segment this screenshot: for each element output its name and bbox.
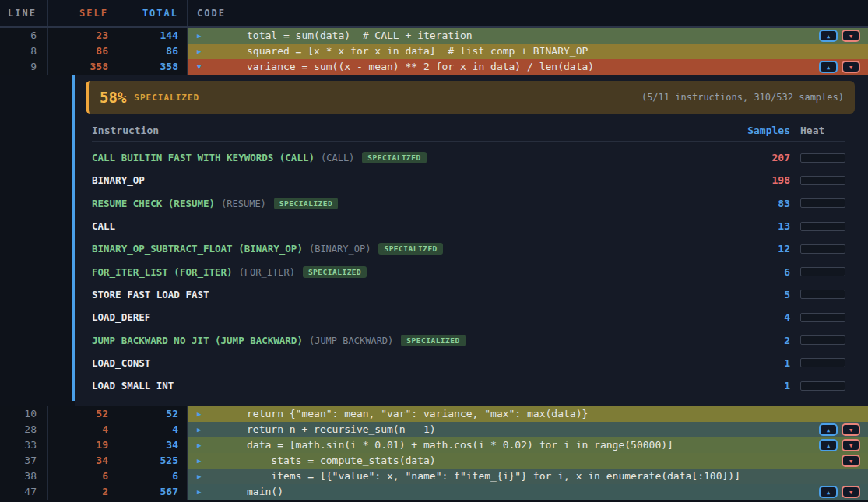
instruction-name: FOR_ITER_LIST (FOR_ITER)(FOR_ITER)SPECIA… bbox=[92, 266, 743, 278]
specialized-badge: SPECIALIZED bbox=[378, 243, 442, 255]
table-row: 28 4 4 ▶ return n + recursive_sum(n - 1)… bbox=[0, 422, 868, 437]
jump-down-button[interactable]: ▼ bbox=[842, 486, 860, 498]
code-cell[interactable]: ▶ return n + recursive_sum(n - 1) ▲ ▼ bbox=[188, 422, 868, 437]
jump-down-button[interactable]: ▼ bbox=[842, 30, 860, 42]
jump-up-button[interactable]: ▲ bbox=[819, 423, 838, 436]
instruction-opname: LOAD_CONST bbox=[92, 357, 150, 369]
instruction-opname: JUMP_BACKWARD_NO_JIT (JUMP_BACKWARD) bbox=[92, 335, 303, 346]
specialized-badge: SPECIALIZED bbox=[362, 152, 426, 163]
code-text: squared = [x * x for x in data] # list c… bbox=[247, 44, 588, 59]
jump-up-button[interactable]: ▲ bbox=[819, 30, 838, 42]
instruction-opname: FOR_ITER_LIST (FOR_ITER) bbox=[92, 266, 233, 278]
instruction-name: JUMP_BACKWARD_NO_JIT (JUMP_BACKWARD)(JUM… bbox=[92, 335, 743, 346]
code-text: total = sum(data) # CALL + iteration bbox=[247, 28, 473, 44]
line-number: 8 bbox=[0, 44, 48, 59]
instruction-row: LOAD_CONSTSPECIALIZED 1 bbox=[92, 352, 845, 374]
code-cell[interactable]: ▼ variance = sum((x - mean) ** 2 for x i… bbox=[188, 59, 868, 75]
expander-icon[interactable]: ▶ bbox=[197, 469, 208, 484]
heat-bar bbox=[800, 381, 845, 391]
instruction-opname: BINARY_OP_SUBTRACT_FLOAT (BINARY_OP) bbox=[92, 243, 303, 255]
self-samples: 23 bbox=[48, 28, 118, 44]
instruction-name: STORE_FAST_LOAD_FASTSPECIALIZED bbox=[92, 289, 743, 300]
instruction-name: LOAD_CONSTSPECIALIZED bbox=[92, 357, 743, 369]
expander-icon[interactable]: ▶ bbox=[197, 422, 208, 437]
instruction-row: LOAD_DEREFSPECIALIZED 4 bbox=[92, 306, 845, 328]
expander-icon[interactable]: ▼ bbox=[197, 59, 208, 75]
expander-icon[interactable]: ▶ bbox=[197, 453, 208, 469]
instruction-base-op: (BINARY_OP) bbox=[309, 244, 371, 255]
code-cell[interactable]: ▶ squared = [x * x for x in data] # list… bbox=[188, 44, 868, 59]
code-cell[interactable]: ▶ items = [{"value": x, "name": f"item_{… bbox=[188, 469, 868, 484]
total-samples: 4 bbox=[118, 422, 188, 437]
specialization-meta: (5/11 instructions, 310/532 samples) bbox=[641, 92, 844, 103]
instruction-rows: CALL_BUILTIN_FAST_WITH_KEYWORDS (CALL)(C… bbox=[92, 146, 845, 397]
line-number: 10 bbox=[0, 406, 48, 422]
instruction-opname: RESUME_CHECK (RESUME) bbox=[92, 198, 215, 209]
instruction-base-op: (JUMP_BACKWARD) bbox=[309, 335, 393, 346]
self-samples: 34 bbox=[48, 453, 118, 469]
heat-bar bbox=[800, 290, 845, 299]
instruction-opname: STORE_FAST_LOAD_FAST bbox=[92, 289, 209, 300]
table-row: 9 358 358 ▼ variance = sum((x - mean) **… bbox=[0, 59, 868, 75]
specialized-badge: SPECIALIZED bbox=[303, 266, 367, 278]
instruction-samples: 6 bbox=[743, 266, 790, 278]
instruction-row: LOAD_SMALL_INTSPECIALIZED 1 bbox=[92, 374, 845, 397]
self-samples: 19 bbox=[48, 437, 118, 453]
instruction-row: STORE_FAST_LOAD_FASTSPECIALIZED 5 bbox=[92, 283, 845, 306]
instruction-name: BINARY_OPSPECIALIZED bbox=[92, 174, 743, 186]
instruction-base-op: (FOR_ITER) bbox=[239, 267, 295, 278]
specialized-label: SPECIALIZED bbox=[134, 93, 199, 103]
instruction-base-op: (RESUME) bbox=[221, 198, 266, 209]
table-row: 38 6 6 ▶ items = [{"value": x, "name": f… bbox=[0, 469, 868, 484]
jump-up-button[interactable]: ▲ bbox=[819, 486, 838, 498]
table-row: 37 34 525 ▶ stats = compute_stats(data) … bbox=[0, 453, 868, 469]
code-cell[interactable]: ▶ total = sum(data) # CALL + iteration ▲… bbox=[188, 28, 868, 44]
expander-icon[interactable]: ▶ bbox=[197, 44, 208, 59]
jump-down-button[interactable]: ▼ bbox=[842, 455, 860, 467]
instruction-row: BINARY_OP_SUBTRACT_FLOAT (BINARY_OP)(BIN… bbox=[92, 237, 845, 260]
instruction-table-header: Instruction Samples Heat bbox=[92, 120, 845, 142]
instruction-samples: 12 bbox=[743, 243, 790, 255]
self-samples: 52 bbox=[48, 406, 118, 422]
expander-icon[interactable]: ▶ bbox=[197, 28, 208, 44]
line-number: 47 bbox=[0, 484, 48, 500]
top-code-rows: 6 23 144 ▶ total = sum(data) # CALL + it… bbox=[0, 28, 868, 75]
profiler-app: LINE SELF TOTAL CODE 6 23 144 ▶ total = … bbox=[0, 0, 868, 502]
table-row: 10 52 52 ▶ return {"mean": mean, "var": … bbox=[0, 406, 868, 422]
heat-bar bbox=[800, 358, 845, 367]
jump-down-button[interactable]: ▼ bbox=[842, 423, 860, 436]
specialized-percent: 58% bbox=[100, 89, 126, 106]
jump-up-button[interactable]: ▲ bbox=[819, 439, 838, 451]
instruction-row: RESUME_CHECK (RESUME)(RESUME)SPECIALIZED… bbox=[92, 192, 845, 215]
line-number: 28 bbox=[0, 422, 48, 437]
expander-icon[interactable]: ▶ bbox=[197, 406, 208, 422]
jump-down-button[interactable]: ▼ bbox=[842, 61, 860, 73]
instruction-header: Instruction bbox=[92, 125, 743, 136]
instruction-name: CALL_BUILTIN_FAST_WITH_KEYWORDS (CALL)(C… bbox=[92, 152, 743, 163]
instruction-samples: 198 bbox=[743, 174, 790, 186]
code-cell[interactable]: ▶ return {"mean": mean, "var": variance,… bbox=[188, 406, 868, 422]
self-column-header: SELF bbox=[48, 0, 118, 26]
table-row: 6 23 144 ▶ total = sum(data) # CALL + it… bbox=[0, 28, 868, 44]
total-column-header: TOTAL bbox=[118, 0, 188, 26]
self-samples: 4 bbox=[48, 422, 118, 437]
code-text: main() bbox=[247, 484, 283, 500]
code-text: items = [{"value": x, "name": f"item_{i}… bbox=[247, 469, 740, 484]
instruction-samples: 1 bbox=[743, 357, 790, 369]
self-samples: 86 bbox=[48, 44, 118, 59]
jump-up-button[interactable]: ▲ bbox=[819, 61, 838, 73]
code-cell[interactable]: ▶ main() ▲ ▼ bbox=[188, 484, 868, 500]
instruction-row: CALLSPECIALIZED 13 bbox=[92, 215, 845, 237]
code-cell[interactable]: ▶ stats = compute_stats(data) ▲ ▼ bbox=[188, 453, 868, 469]
code-column-header: CODE bbox=[188, 0, 868, 26]
jump-down-button[interactable]: ▼ bbox=[842, 439, 860, 451]
bottom-code-rows: 10 52 52 ▶ return {"mean": mean, "var": … bbox=[0, 406, 868, 500]
expander-icon[interactable]: ▶ bbox=[197, 484, 208, 500]
heat-bar bbox=[800, 244, 845, 254]
code-cell[interactable]: ▶ data = [math.sin(i * 0.01) + math.cos(… bbox=[188, 437, 868, 453]
instruction-name: BINARY_OP_SUBTRACT_FLOAT (BINARY_OP)(BIN… bbox=[92, 243, 743, 255]
heat-bar bbox=[800, 198, 845, 208]
expander-icon[interactable]: ▶ bbox=[197, 437, 208, 453]
instruction-base-op: (CALL) bbox=[321, 153, 354, 163]
heat-bar bbox=[800, 335, 845, 345]
